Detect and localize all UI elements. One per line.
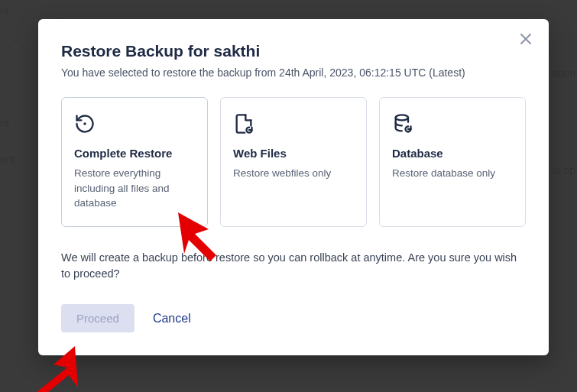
option-title: Complete Restore xyxy=(74,147,195,160)
option-title: Database xyxy=(392,147,513,160)
restore-backup-modal: Restore Backup for sakthi You have selec… xyxy=(38,19,549,355)
option-desc: Restore everything including all files a… xyxy=(74,166,195,211)
file-icon xyxy=(233,113,254,134)
option-complete-restore[interactable]: Complete Restore Restore everything incl… xyxy=(61,97,208,227)
confirm-text: We will create a backup before restore s… xyxy=(61,250,526,283)
option-database[interactable]: Database Restore database only xyxy=(379,97,526,227)
svg-point-3 xyxy=(396,115,408,120)
svg-point-2 xyxy=(83,122,86,125)
option-web-files[interactable]: Web Files Restore webfiles only xyxy=(220,97,367,227)
restore-options: Complete Restore Restore everything incl… xyxy=(61,97,526,227)
cancel-button[interactable]: Cancel xyxy=(153,312,191,326)
option-desc: Restore webfiles only xyxy=(233,166,354,181)
modal-actions: Proceed Cancel xyxy=(61,304,526,332)
modal-subtitle: You have selected to restore the backup … xyxy=(61,66,526,79)
database-icon xyxy=(392,113,413,134)
modal-overlay: Restore Backup for sakthi You have selec… xyxy=(0,0,577,392)
option-title: Web Files xyxy=(233,147,354,160)
option-desc: Restore database only xyxy=(392,166,513,181)
restore-icon xyxy=(74,113,96,134)
modal-title: Restore Backup for sakthi xyxy=(61,42,526,60)
close-button[interactable] xyxy=(517,30,535,48)
proceed-button[interactable]: Proceed xyxy=(61,304,135,332)
